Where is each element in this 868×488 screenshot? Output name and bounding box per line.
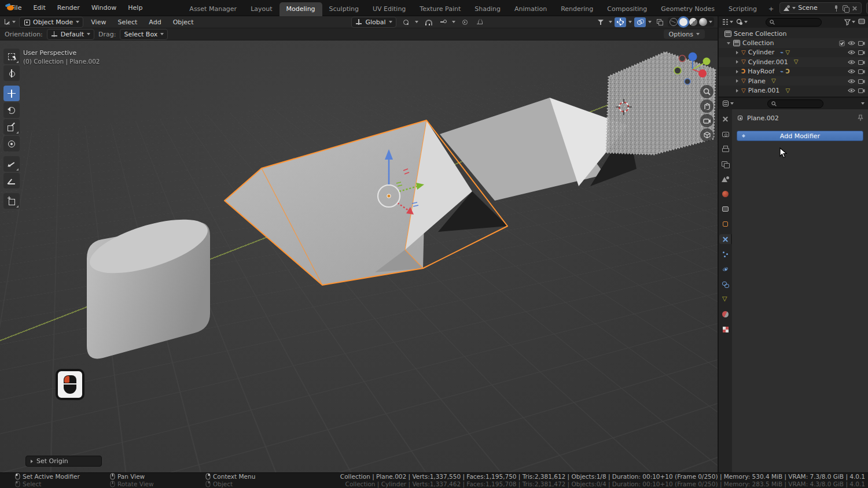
gizmo-z-axis[interactable] — [689, 53, 697, 61]
properties-editor-type-button[interactable] — [722, 100, 734, 107]
camera-restrict-icon[interactable] — [858, 40, 865, 46]
drag-dropdown[interactable]: Select Box — [120, 29, 168, 40]
perspective-toggle-button[interactable] — [700, 128, 713, 142]
properties-tab[interactable] — [719, 234, 732, 244]
show-overlays-toggle[interactable] — [634, 17, 646, 27]
outliner-row[interactable]: Ɔ HayRoof ⌁ Ɔ — [719, 67, 868, 76]
topbar-menu-item[interactable]: Edit — [28, 2, 50, 13]
mesh-object-cylinder[interactable] — [84, 209, 214, 359]
new-scene-icon[interactable] — [842, 5, 849, 12]
pan-button[interactable] — [700, 99, 713, 113]
camera-restrict-icon[interactable] — [858, 50, 865, 55]
proportional-editing-button[interactable] — [459, 17, 470, 27]
xray-toggle[interactable] — [654, 17, 665, 27]
collapse-icon[interactable] — [727, 42, 730, 45]
active-object-name[interactable]: Plane.002 — [747, 114, 779, 122]
editor-type-button[interactable] — [3, 19, 16, 25]
properties-tab[interactable] — [719, 204, 732, 214]
outliner-row[interactable]: ▽ Plane.001 ▽ — [719, 86, 868, 95]
workspace-tab[interactable]: Sculpting — [322, 2, 366, 16]
outliner-item-name[interactable]: Scene Collection — [734, 30, 786, 38]
snap-target-button[interactable] — [437, 17, 448, 27]
topbar-menu-item[interactable]: Help — [123, 2, 148, 13]
properties-tab[interactable] — [719, 279, 732, 289]
mesh-object-hay-plane[interactable] — [606, 52, 715, 154]
properties-tab[interactable] — [719, 219, 732, 229]
properties-tab[interactable] — [719, 174, 732, 184]
filter-button[interactable] — [844, 19, 855, 25]
camera-view-button[interactable] — [700, 114, 713, 127]
outliner-row[interactable]: Collection — [719, 38, 868, 47]
eye-icon[interactable] — [848, 60, 855, 65]
properties-tab[interactable] — [719, 294, 732, 304]
eye-icon[interactable] — [848, 69, 855, 74]
expand-icon[interactable] — [736, 79, 738, 83]
expand-icon[interactable] — [736, 60, 738, 64]
outliner-item-name[interactable]: HayRoof — [748, 68, 774, 75]
tool-button[interactable] — [3, 173, 20, 188]
workspace-tab[interactable]: + — [764, 2, 778, 16]
tool-button[interactable] — [3, 136, 20, 151]
zoom-button[interactable] — [700, 85, 713, 98]
properties-tab[interactable] — [719, 159, 732, 169]
properties-tab[interactable] — [719, 324, 732, 334]
shading-wireframe-button[interactable] — [670, 18, 678, 26]
camera-restrict-icon[interactable] — [858, 88, 865, 93]
properties-search-input[interactable] — [779, 101, 819, 107]
tool-button[interactable] — [3, 156, 20, 172]
gizmo-z-neg[interactable] — [685, 79, 690, 84]
shading-solid-button[interactable] — [679, 18, 687, 26]
workspace-tab[interactable]: Texture Paint — [413, 2, 468, 16]
options-button[interactable]: Options — [664, 29, 705, 39]
workspace-tab[interactable]: Geometry Nodes — [654, 2, 722, 16]
chevron-down-icon[interactable] — [861, 102, 865, 105]
camera-restrict-icon[interactable] — [858, 60, 865, 65]
camera-restrict-icon[interactable] — [858, 69, 865, 74]
outliner-row[interactable]: Scene Collection — [719, 29, 868, 38]
outliner-item-name[interactable]: Cylinder.001 — [748, 58, 788, 66]
proportional-falloff-button[interactable] — [474, 17, 486, 27]
scene-selector[interactable]: Scene — [779, 2, 862, 14]
properties-tab[interactable] — [719, 129, 732, 139]
outliner-row[interactable]: ▽ Cylinder ⌁ ▽ — [719, 48, 868, 57]
viewport-menu-item[interactable]: Object — [169, 17, 198, 27]
properties-tab[interactable] — [719, 144, 732, 154]
properties-tab[interactable] — [719, 264, 732, 274]
workspace-tab[interactable]: Shading — [468, 2, 507, 16]
close-icon[interactable] — [851, 5, 858, 12]
snap-toggle-button[interactable] — [422, 17, 433, 27]
tool-button[interactable] — [3, 102, 20, 118]
pivot-point-button[interactable] — [400, 17, 411, 27]
workspace-tab[interactable]: UV Editing — [366, 2, 413, 16]
outliner-item-name[interactable]: Collection — [742, 39, 774, 47]
tool-button[interactable] — [3, 193, 20, 209]
properties-tab[interactable] — [719, 189, 732, 199]
outliner-row[interactable]: ▽ Plane ▽ — [719, 76, 868, 86]
expand-icon[interactable] — [736, 51, 738, 54]
outliner-search[interactable] — [766, 18, 822, 27]
outliner-item-name[interactable]: Plane — [748, 77, 766, 85]
pin-icon[interactable] — [833, 5, 840, 12]
object-type-visibility-button[interactable] — [595, 17, 606, 27]
shading-material-button[interactable] — [689, 18, 697, 26]
properties-tab[interactable] — [719, 309, 732, 319]
workspace-tab[interactable]: Rendering — [554, 2, 600, 16]
tool-button[interactable] — [3, 65, 20, 81]
shading-rendered-button[interactable] — [699, 18, 707, 26]
operator-panel-set-origin[interactable]: Set Origin — [25, 456, 102, 467]
outliner-item-name[interactable]: Cylinder — [748, 49, 775, 56]
outliner-editor-type-button[interactable] — [722, 19, 733, 25]
tool-button[interactable] — [3, 49, 20, 64]
add-modifier-button[interactable]: Add Modifier — [737, 131, 863, 141]
workspace-tab[interactable]: Layout — [244, 2, 279, 16]
eye-icon[interactable] — [848, 40, 855, 46]
3d-viewport[interactable]: User Perspective (0) Collection | Plane.… — [0, 40, 718, 472]
expand-icon[interactable] — [736, 89, 738, 93]
checkbox-icon[interactable] — [839, 40, 845, 46]
new-collection-button[interactable] — [858, 18, 865, 26]
viewport-menu-item[interactable]: Add — [145, 17, 165, 27]
expand-icon[interactable] — [736, 70, 738, 73]
mode-selector[interactable]: Object Mode — [19, 17, 83, 28]
workspace-tab[interactable]: Asset Manager — [182, 2, 244, 16]
eye-icon[interactable] — [848, 88, 855, 93]
